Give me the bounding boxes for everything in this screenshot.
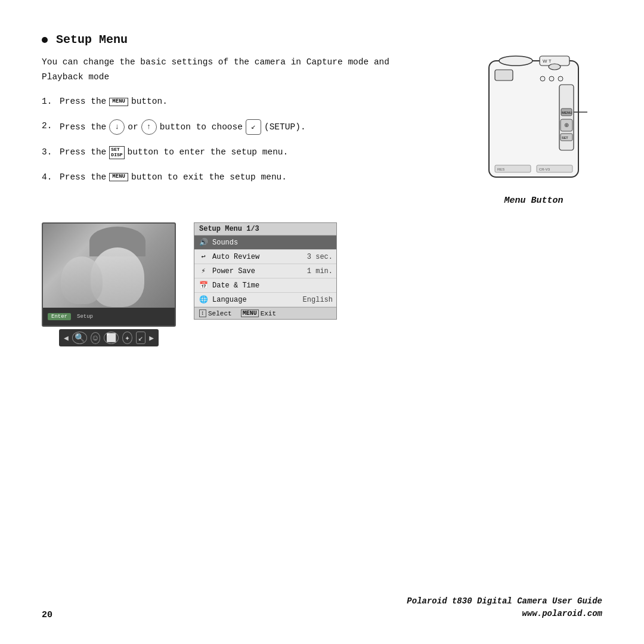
page-footer: 20 Polaroid t830 Digital Camera User Gui… xyxy=(42,595,602,620)
menu-row-datetime: 📅 Date & Time xyxy=(194,278,336,293)
step-1-content: Press the MENU button. xyxy=(60,95,168,109)
step-2-text-before: Press the xyxy=(60,120,106,134)
autoreview-value: 3 sec. xyxy=(307,253,333,261)
bullet-icon xyxy=(42,37,48,43)
page: Setup Menu You can change the basic sett… xyxy=(0,0,644,644)
face-left-shape xyxy=(61,256,103,304)
screenshots-area: Enter Setup ◀ 🔍 ☺ ⬜ ✦ ↙ ▶ Setup Menu 1/3… xyxy=(42,222,602,346)
powersave-label: Power Save xyxy=(212,267,304,275)
step-2-number: 2. xyxy=(42,119,60,133)
svg-text:SET: SET xyxy=(562,136,568,140)
up-arrow-icon: ↑ xyxy=(141,119,157,135)
menu-row-powersave: ⚡ Power Save 1 min. xyxy=(194,264,336,278)
step-2-content: Press the ↓ or ↑ button to choose ↙ (SET… xyxy=(60,119,306,135)
setup-menu-box: Setup Menu 1/3 🔊 Sounds ↩ Auto Review 3 … xyxy=(194,222,337,320)
step-2-text-after: (SETUP). xyxy=(264,120,306,134)
footer-exit-label: Exit xyxy=(261,310,276,317)
svg-point-18 xyxy=(558,76,563,81)
setup-choose-icon: ↙ xyxy=(246,119,261,135)
svg-rect-5 xyxy=(495,70,513,80)
step-4-text-after: button to exit the setup menu. xyxy=(131,171,287,184)
footer-brand-line2: www.polaroid.com xyxy=(407,608,602,620)
camera-svg: W T MENU ⊕ SET xyxy=(471,49,596,192)
select-icon: ↕ xyxy=(199,309,206,317)
section-title: Setup Menu xyxy=(42,33,602,47)
step-3-text-after: button to enter the setup menu. xyxy=(128,145,289,159)
footer-select-label: Select xyxy=(208,310,232,317)
menu-footer: ↕ Select MENU Exit xyxy=(194,307,336,319)
menu-icon-step4: MENU xyxy=(109,173,128,181)
powersave-icon: ⚡ xyxy=(198,267,209,275)
svg-text:MENU: MENU xyxy=(562,111,572,114)
icon-1: 🔍 xyxy=(72,332,87,344)
step-1: 1. Press the MENU button. xyxy=(42,95,465,109)
camera-screen: Enter Setup xyxy=(42,222,176,327)
footer-brand: Polaroid t830 Digital Camera User Guide … xyxy=(407,595,602,620)
menu-row-language: 🌐 Language English xyxy=(194,293,336,307)
menu-row-sounds: 🔊 Sounds xyxy=(194,236,336,250)
content-area: You can change the basic settings of the… xyxy=(42,55,602,206)
step-2-text-middle: button to choose xyxy=(160,120,243,134)
svg-text:⊕: ⊕ xyxy=(564,122,569,128)
setup-label: Setup xyxy=(77,314,93,320)
svg-point-17 xyxy=(549,76,554,81)
footer-exit: MENU Exit xyxy=(241,309,276,317)
icon-bar: ◀ 🔍 ☺ ⬜ ✦ ↙ ▶ xyxy=(59,329,159,346)
icon-5: ↙ xyxy=(136,332,145,344)
step-1-text-after: button. xyxy=(131,95,168,109)
step-2-or: or xyxy=(128,120,138,134)
language-value: English xyxy=(303,296,333,304)
step-4: 4. Press the MENU button to exit the set… xyxy=(42,171,465,184)
datetime-icon: 📅 xyxy=(198,281,209,290)
step-1-number: 1. xyxy=(42,95,60,109)
step-2: 2. Press the ↓ or ↑ button to choose ↙ (… xyxy=(42,119,465,135)
intro-text: You can change the basic settings of the… xyxy=(42,55,411,84)
icon-4: ✦ xyxy=(122,332,132,344)
datetime-label: Date & Time xyxy=(212,281,329,290)
menu-header: Setup Menu 1/3 xyxy=(194,223,336,236)
language-label: Language xyxy=(212,296,299,304)
step-3-content: Press the SETDISP button to enter the se… xyxy=(60,145,288,159)
icon-3: ⬜ xyxy=(104,332,119,344)
screen-photo xyxy=(43,224,175,310)
sounds-icon: 🔊 xyxy=(198,238,209,247)
menu-button-label: Menu Button xyxy=(504,196,563,206)
svg-text:W    T: W T xyxy=(543,58,552,64)
page-number: 20 xyxy=(42,610,52,620)
autoreview-label: Auto Review xyxy=(212,253,304,261)
arrow-right-icon: ▶ xyxy=(149,333,154,343)
step-3-number: 3. xyxy=(42,145,60,159)
footer-select: ↕ Select xyxy=(199,309,232,317)
step-4-text-before: Press the xyxy=(60,171,106,184)
powersave-value: 1 min. xyxy=(307,267,333,275)
language-icon: 🌐 xyxy=(198,295,209,304)
step-4-content: Press the MENU button to exit the setup … xyxy=(60,171,287,184)
step-1-text-before: Press the xyxy=(60,95,106,109)
section-heading: Setup Menu xyxy=(56,33,128,47)
set-disp-icon: SETDISP xyxy=(109,146,124,159)
down-arrow-icon: ↓ xyxy=(109,119,125,135)
menu-row-autoreview: ↩ Auto Review 3 sec. xyxy=(194,250,336,264)
sounds-label: Sounds xyxy=(212,239,329,247)
svg-text:CR-V3: CR-V3 xyxy=(539,168,550,171)
step-3: 3. Press the SETDISP button to enter the… xyxy=(42,145,465,159)
camera-diagram: W T MENU ⊕ SET xyxy=(465,49,602,206)
menu-icon-step1: MENU xyxy=(109,98,128,106)
enter-label: Enter xyxy=(48,313,71,320)
icon-2: ☺ xyxy=(91,332,100,344)
svg-text:RES: RES xyxy=(497,168,504,171)
svg-point-16 xyxy=(540,76,545,81)
camera-screen-container: Enter Setup ◀ 🔍 ☺ ⬜ ✦ ↙ ▶ xyxy=(42,222,176,346)
step-4-number: 4. xyxy=(42,171,60,184)
svg-point-1 xyxy=(499,56,532,66)
screen-bottom-bar: Enter Setup xyxy=(43,308,175,326)
svg-point-4 xyxy=(549,64,561,70)
footer-brand-line1: Polaroid t830 Digital Camera User Guide xyxy=(407,595,602,608)
arrow-left-icon: ◀ xyxy=(64,333,69,343)
exit-menu-icon: MENU xyxy=(241,309,259,317)
instructions-panel: You can change the basic settings of the… xyxy=(42,55,465,206)
step-3-text-before: Press the xyxy=(60,145,106,159)
autoreview-icon: ↩ xyxy=(198,252,209,261)
